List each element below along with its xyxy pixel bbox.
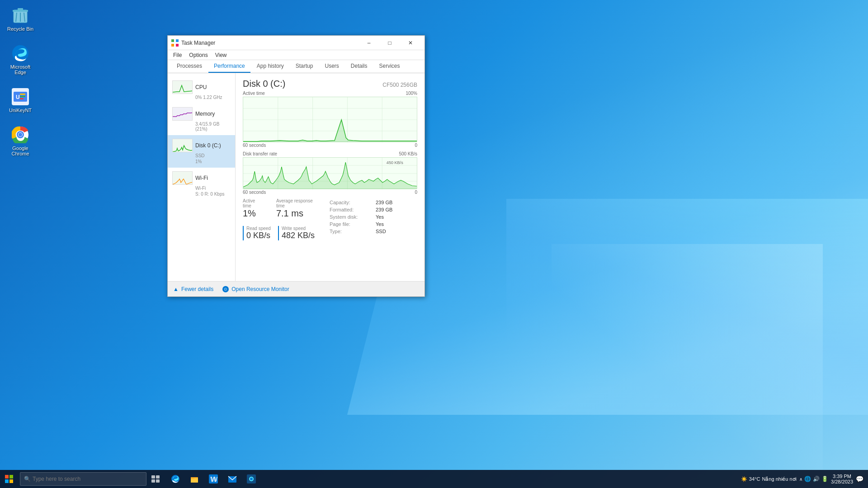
chart2-label-right: 500 KB/s — [399, 151, 417, 156]
tab-processes[interactable]: Processes — [171, 60, 208, 73]
sidebar-item-disk[interactable]: Disk 0 (C:) SSD 1% — [168, 135, 235, 168]
wifi-thumbnail — [172, 171, 193, 185]
task-view-button[interactable] — [146, 470, 165, 488]
battery-icon: 🔋 — [821, 476, 828, 482]
active-time-value: 1% — [243, 208, 263, 219]
svg-rect-21 — [176, 44, 179, 47]
open-resource-monitor-button[interactable]: ⊙ Open Resource Monitor — [222, 286, 289, 292]
svg-text:𝕎: 𝕎 — [210, 476, 217, 483]
svg-rect-20 — [171, 44, 174, 47]
wifi-label: Wi-Fi — [195, 175, 208, 181]
write-speed-value: 482 KB/s — [282, 231, 315, 240]
svg-rect-44 — [9, 475, 13, 479]
taskbar-photos[interactable] — [242, 470, 260, 488]
svg-rect-47 — [151, 475, 155, 479]
chevron-up-tray-icon[interactable]: ∧ — [799, 477, 802, 482]
page-file-row: Page file: Yes — [328, 221, 416, 227]
cpu-sub: 0% 1.22 GHz — [195, 95, 231, 100]
unikeynT-label: UniKeyNT — [9, 108, 32, 113]
unikeynT-icon[interactable]: U UniKeyNT — [5, 86, 36, 115]
taskbar-store[interactable]: 𝕎 — [204, 470, 222, 488]
taskbar-apps: 𝕎 — [166, 470, 260, 488]
stats-section: Active time 1% Average response time 7.1… — [243, 198, 417, 240]
taskbar-mail[interactable] — [223, 470, 241, 488]
title-bar: Task Manager – □ ✕ — [168, 36, 425, 50]
avg-response-stat: Average response time 7.1 ms — [276, 198, 318, 219]
type-label: Type: — [328, 228, 373, 235]
sidebar-item-cpu[interactable]: CPU 0% 1.22 GHz — [168, 77, 235, 103]
tab-startup[interactable]: Startup — [290, 60, 319, 73]
read-speed-label: Read speed — [246, 226, 271, 231]
svg-rect-54 — [191, 477, 194, 479]
memory-sub: 3.4/15.9 GB (21%) — [195, 122, 231, 131]
active-time-stat: Active time 1% — [243, 198, 263, 219]
chart1-footer-left: 60 seconds — [243, 143, 266, 148]
chart2-label-left: Disk transfer rate — [243, 151, 277, 156]
disk-label: Disk 0 (C:) — [195, 142, 221, 149]
menu-view[interactable]: View — [212, 51, 231, 59]
active-time-chart — [243, 97, 417, 142]
disk-info-table: Capacity: 239 GB Formatted: 239 GB Syste… — [327, 198, 417, 235]
svg-point-17 — [19, 133, 22, 136]
svg-point-60 — [250, 478, 253, 480]
svg-rect-45 — [5, 479, 9, 483]
read-speed-value: 0 KB/s — [246, 231, 271, 240]
tab-details[interactable]: Details — [345, 60, 373, 73]
resource-monitor-icon: ⊙ — [222, 286, 229, 292]
chart1-label-left: Active time — [243, 91, 265, 96]
maximize-button[interactable]: □ — [379, 36, 400, 50]
system-disk-row: System disk: Yes — [328, 214, 416, 220]
type-value: SSD — [374, 228, 416, 235]
tab-performance[interactable]: Performance — [208, 60, 250, 73]
taskbar-edge[interactable] — [166, 470, 184, 488]
recycle-bin-label: Recycle Bin — [7, 26, 33, 32]
search-icon: 🔍 — [24, 476, 31, 482]
system-clock[interactable]: 3:39 PM 3/28/2023 — [831, 474, 853, 484]
taskbar-file-explorer[interactable] — [185, 470, 203, 488]
svg-rect-50 — [156, 479, 160, 483]
svg-text:U: U — [16, 94, 20, 100]
minimize-button[interactable]: – — [359, 36, 379, 50]
network-icon[interactable]: 🌐 — [804, 476, 811, 482]
svg-rect-49 — [151, 479, 155, 483]
title-text: Task Manager — [181, 40, 359, 46]
desktop: Recycle Bin Microsoft Edge U — [0, 0, 868, 488]
sidebar-item-memory[interactable]: Memory 3.4/15.9 GB (21%) — [168, 103, 235, 135]
svg-rect-19 — [176, 39, 179, 42]
sun-icon: ☀️ — [741, 476, 747, 482]
wifi-sub1: Wi-Fi — [195, 186, 231, 191]
tab-users[interactable]: Users — [319, 60, 344, 73]
page-file-value: Yes — [374, 221, 416, 227]
wifi-sub2: S: 0 R: 0 Kbps — [195, 192, 231, 197]
desktop-light-effect-2 — [552, 244, 823, 470]
microsoft-edge-icon[interactable]: Microsoft Edge — [5, 42, 36, 77]
svg-rect-43 — [5, 475, 9, 479]
chart1-footer-right: 0 — [415, 143, 417, 148]
notification-button[interactable]: 💬 — [856, 475, 863, 483]
memory-label: Memory — [195, 111, 215, 117]
menu-bar: File Options View — [168, 50, 425, 60]
volume-icon[interactable]: 🔊 — [813, 476, 820, 482]
fewer-details-button[interactable]: ▲ Fewer details — [173, 286, 213, 292]
task-manager-window: Task Manager – □ ✕ File Options View Pro… — [167, 35, 425, 297]
page-file-label: Page file: — [328, 221, 373, 227]
disk-transfer-chart-section: Disk transfer rate 500 KB/s — [243, 151, 417, 195]
tab-services[interactable]: Services — [374, 60, 406, 73]
recycle-bin-icon[interactable]: Recycle Bin — [5, 5, 36, 33]
panel-title: Disk 0 (C:) — [243, 79, 285, 89]
tab-app-history[interactable]: App history — [251, 60, 289, 73]
fewer-details-label: Fewer details — [181, 286, 213, 292]
menu-file[interactable]: File — [170, 51, 185, 59]
panel-header: Disk 0 (C:) CF500 256GB — [243, 79, 417, 89]
chevron-up-icon: ▲ — [173, 286, 179, 292]
google-chrome-desktop-icon[interactable]: Google Chrome — [5, 124, 36, 158]
close-button[interactable]: ✕ — [400, 36, 421, 50]
search-input[interactable] — [33, 476, 141, 482]
sidebar-item-wifi[interactable]: Wi-Fi Wi-Fi S: 0 R: 0 Kbps — [168, 168, 235, 200]
desktop-icons: Recycle Bin Microsoft Edge U — [5, 5, 36, 158]
type-row: Type: SSD — [328, 228, 416, 235]
start-button[interactable] — [0, 470, 18, 488]
menu-options[interactable]: Options — [185, 51, 211, 59]
google-chrome-label: Google Chrome — [6, 145, 34, 156]
taskbar-search[interactable]: 🔍 — [20, 472, 146, 486]
